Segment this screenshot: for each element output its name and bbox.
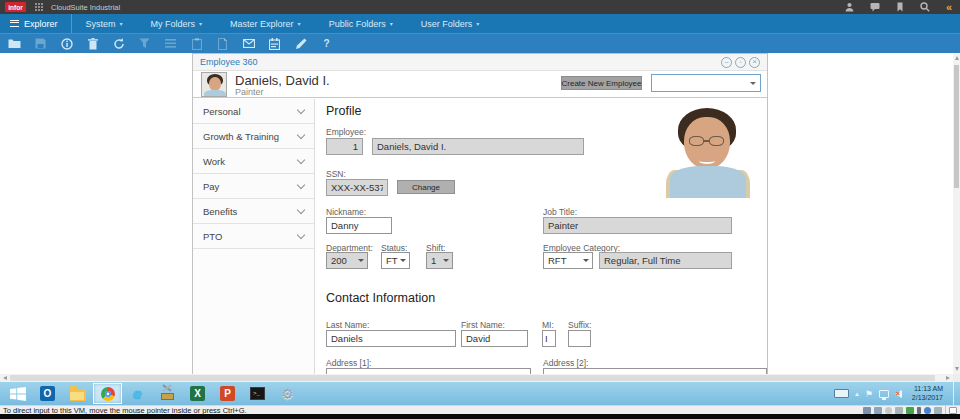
taskbar-clock[interactable]: 11:13 AM 2/13/2017 bbox=[908, 385, 943, 402]
accordion-item-pto[interactable]: PTO bbox=[193, 224, 314, 249]
accordion-item-growth-training[interactable]: Growth & Training bbox=[193, 124, 314, 149]
employee-selector-dropdown[interactable] bbox=[651, 74, 761, 92]
taskbar-internet-explorer-button[interactable]: e bbox=[123, 383, 152, 404]
panel-title: Employee 360 bbox=[200, 57, 258, 67]
minimize-icon[interactable] bbox=[721, 57, 732, 68]
vm-status-icons bbox=[863, 406, 957, 414]
suffix-field[interactable] bbox=[568, 330, 591, 347]
ssn-field[interactable] bbox=[326, 179, 388, 196]
scrollbar-corner bbox=[953, 374, 960, 382]
pencil-icon[interactable] bbox=[294, 37, 307, 50]
delete-trash-icon[interactable] bbox=[86, 37, 99, 50]
explorer-menu-button[interactable]: Explorer bbox=[0, 14, 72, 33]
vm-mouse-integration-icon[interactable] bbox=[949, 407, 957, 414]
taskbar-excel-button[interactable]: X bbox=[183, 383, 212, 404]
accordion-item-work[interactable]: Work bbox=[193, 149, 314, 174]
panel-titlebar: Employee 360 bbox=[193, 54, 767, 71]
shift-dropdown[interactable]: 1 bbox=[426, 252, 453, 269]
vm-recording-icon[interactable] bbox=[934, 407, 942, 414]
accordion-item-pay[interactable]: Pay bbox=[193, 174, 314, 199]
employee-number-field[interactable] bbox=[326, 138, 363, 155]
file-explorer-icon bbox=[70, 389, 86, 401]
info-circle-icon[interactable] bbox=[60, 37, 73, 50]
menu-user-folders[interactable]: User Folders▾ bbox=[407, 14, 494, 33]
vertical-scrollbar-thumb[interactable] bbox=[954, 65, 959, 188]
employee-category-dropdown[interactable]: RFT bbox=[543, 252, 593, 269]
vm-shared-folders-icon[interactable] bbox=[924, 407, 931, 414]
menu-master-explorer[interactable]: Master Explorer▾ bbox=[216, 14, 315, 33]
start-button[interactable] bbox=[3, 383, 32, 404]
chrome-icon bbox=[101, 387, 115, 401]
bookmark-icon[interactable] bbox=[896, 2, 904, 12]
calendar-icon[interactable] bbox=[268, 37, 281, 50]
mi-field[interactable] bbox=[542, 330, 556, 347]
change-ssn-button[interactable]: Change bbox=[397, 180, 455, 194]
volume-mute-x-icon: × bbox=[896, 390, 900, 397]
document-icon[interactable] bbox=[216, 37, 229, 50]
accordion-item-benefits[interactable]: Benefits bbox=[193, 199, 314, 224]
vm-hard-disk-icon[interactable] bbox=[895, 407, 903, 414]
vm-network-icon[interactable] bbox=[906, 407, 914, 414]
accordion-item-personal[interactable]: Personal bbox=[193, 99, 314, 124]
show-hidden-icons-icon[interactable]: ▴ bbox=[855, 390, 859, 398]
app-grid-icon[interactable] bbox=[35, 3, 37, 5]
scroll-down-icon[interactable] bbox=[955, 367, 959, 371]
employee-360-panel: Employee 360 Daniels, David I. Painter C… bbox=[192, 53, 768, 374]
menu-public-folders[interactable]: Public Folders▾ bbox=[315, 14, 407, 33]
vm-monitor-icon[interactable] bbox=[874, 407, 882, 414]
envelope-icon[interactable] bbox=[242, 37, 255, 50]
job-title-field[interactable] bbox=[543, 217, 732, 234]
action-center-flag-icon[interactable]: ⚑ bbox=[865, 389, 873, 399]
close-icon[interactable] bbox=[749, 57, 760, 68]
scroll-right-icon[interactable] bbox=[946, 376, 950, 380]
taskbar-chrome-button[interactable] bbox=[93, 383, 122, 404]
system-tray: ▴ ⚑ × 11:13 AM 2/13/2017 bbox=[834, 382, 960, 405]
volume-icon[interactable]: × bbox=[895, 390, 902, 398]
menu-my-folders[interactable]: My Folders▾ bbox=[137, 14, 217, 33]
horizontal-scrollbar-thumb[interactable] bbox=[10, 375, 935, 381]
network-icon[interactable] bbox=[879, 390, 889, 398]
save-icon[interactable] bbox=[34, 37, 47, 50]
department-dropdown[interactable]: 200 bbox=[326, 252, 368, 269]
menu-system[interactable]: System▾ bbox=[72, 14, 137, 33]
nickname-label: Nickname: bbox=[326, 207, 366, 217]
user-icon[interactable] bbox=[845, 2, 854, 12]
first-name-field[interactable] bbox=[461, 330, 528, 347]
vm-status-bar: To direct input to this VM, move the mou… bbox=[0, 405, 960, 414]
vm-optical-disk-icon[interactable] bbox=[885, 407, 892, 414]
caret-down-icon: ▾ bbox=[298, 20, 301, 27]
hamburger-icon bbox=[10, 20, 19, 27]
taskbar-outlook-button[interactable]: O bbox=[33, 383, 62, 404]
employee-name-field[interactable] bbox=[372, 138, 584, 155]
scroll-left-icon[interactable] bbox=[3, 376, 7, 380]
taskbar-command-prompt-button[interactable]: >_ bbox=[243, 383, 272, 404]
help-icon[interactable]: ? bbox=[320, 37, 333, 50]
employee-category-desc-field[interactable] bbox=[599, 252, 732, 269]
status-dropdown[interactable]: FT bbox=[381, 252, 410, 269]
taskbar-services-button[interactable]: ⚙ bbox=[273, 383, 302, 404]
restore-icon[interactable] bbox=[735, 57, 746, 68]
clipboard-icon[interactable] bbox=[190, 37, 203, 50]
open-folder-icon[interactable] bbox=[8, 37, 21, 50]
nickname-field[interactable] bbox=[326, 217, 392, 234]
search-icon[interactable] bbox=[920, 2, 930, 12]
touch-keyboard-icon[interactable] bbox=[834, 389, 849, 398]
horizontal-scrollbar[interactable] bbox=[0, 374, 953, 382]
show-desktop-button[interactable] bbox=[953, 382, 957, 405]
vertical-scrollbar[interactable] bbox=[953, 53, 960, 374]
taskbar-powerpoint-button[interactable]: P bbox=[213, 383, 242, 404]
scroll-up-icon[interactable] bbox=[955, 56, 959, 60]
last-name-field[interactable] bbox=[326, 330, 456, 347]
collapse-panel-icon[interactable]: « bbox=[946, 2, 952, 12]
vm-usb-icon[interactable] bbox=[917, 407, 921, 414]
refresh-icon[interactable] bbox=[112, 37, 125, 50]
chevron-down-icon bbox=[297, 130, 305, 138]
list-icon[interactable] bbox=[164, 37, 177, 50]
chat-icon[interactable] bbox=[870, 2, 880, 12]
filter-icon[interactable] bbox=[138, 37, 151, 50]
taskbar-admin-tools-button[interactable] bbox=[153, 383, 182, 404]
create-new-employee-button[interactable]: Create New Employee bbox=[561, 76, 642, 90]
app-title: CloudSuite Industrial bbox=[51, 3, 120, 12]
taskbar-file-explorer-button[interactable] bbox=[63, 383, 92, 404]
vm-display-icon[interactable] bbox=[863, 407, 871, 414]
